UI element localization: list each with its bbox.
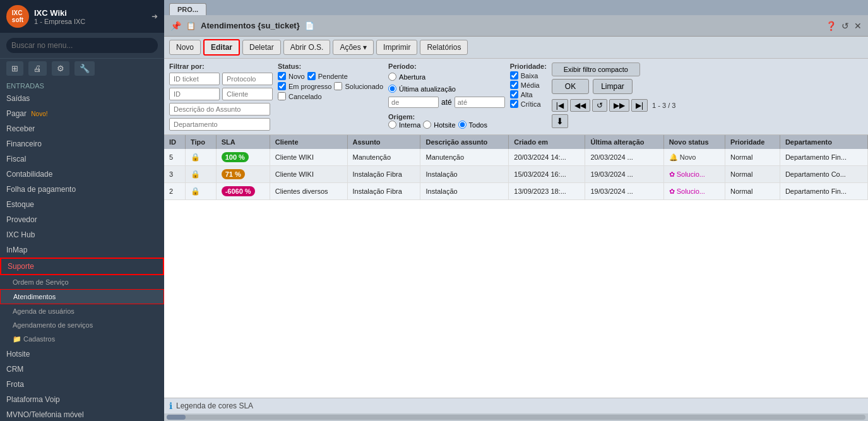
nav-first-button[interactable]: |◀: [552, 99, 568, 112]
sidebar-item-contabilidade[interactable]: Contabilidade: [0, 167, 164, 182]
print-button[interactable]: Imprimir: [376, 40, 417, 55]
sidebar-print-button[interactable]: 🖨: [28, 61, 47, 76]
nav-last-button[interactable]: ▶|: [631, 99, 648, 112]
sidebar-item-ixchub[interactable]: IXC Hub: [0, 227, 164, 242]
sidebar-grid-button[interactable]: ⊞: [6, 61, 23, 76]
table-row[interactable]: 5 🔒 100 % Cliente WIKI Manutenção Manute…: [164, 149, 868, 166]
sidebar-item-provedor[interactable]: Provedor: [0, 212, 164, 227]
prioridade-critica-label: Crítica: [521, 100, 541, 108]
origem-interna-label: Interna: [399, 121, 420, 129]
sidebar-item-pagar[interactable]: Pagar Novo!: [0, 106, 164, 121]
date-de-input[interactable]: [388, 97, 439, 108]
status-pendente-checkbox[interactable]: [307, 72, 316, 80]
protocolo-input[interactable]: [222, 73, 273, 85]
table-row[interactable]: 3 🔒 71 % Cliente WIKI Instalação Fibra I…: [164, 166, 868, 183]
scroll-thumb: [167, 415, 186, 420]
descricao-input[interactable]: [169, 103, 270, 116]
download-button[interactable]: ⬇: [552, 114, 568, 128]
status-novo-checkbox[interactable]: [278, 72, 286, 80]
tab-pro[interactable]: PRO...: [169, 3, 206, 15]
status-cancelado-checkbox[interactable]: [278, 92, 286, 100]
info-icon: ℹ: [169, 401, 172, 411]
date-ate-input[interactable]: [455, 97, 505, 108]
sidebar-item-atendimentos[interactable]: Atendimentos: [0, 289, 164, 304]
compact-filter-button[interactable]: Exibir filtro compacto: [552, 62, 640, 76]
prioridade-title: Prioridade:: [510, 62, 547, 70]
sidebar-wrench-button[interactable]: 🔧: [74, 61, 95, 76]
origem-hotsite-radio[interactable]: [423, 121, 431, 129]
toolbar: Novo Editar Deletar Abrir O.S. Ações Imp…: [164, 37, 868, 59]
sidebar-item-ordem-servico[interactable]: Ordem de Serviço: [0, 275, 164, 289]
sidebar-item-agenda-usuarios[interactable]: Agenda de usuários: [0, 304, 164, 318]
nav-refresh-button[interactable]: ↺: [592, 99, 607, 112]
sidebar-item-agendamento-servicos[interactable]: Agendamento de serviços: [0, 318, 164, 332]
periodo-ultima-label: Última atualização: [399, 85, 456, 93]
sidebar-settings-button[interactable]: ⚙: [52, 61, 69, 76]
search-input[interactable]: [6, 38, 158, 53]
sidebar-item-saidas[interactable]: Saídas: [0, 91, 164, 106]
refresh-icon[interactable]: ↺: [841, 21, 849, 31]
table-row[interactable]: 2 🔒 -6060 % Clientes diversos Instalação…: [164, 183, 868, 200]
sidebar-item-receber[interactable]: Receber: [0, 121, 164, 136]
id-ticket-input[interactable]: [169, 73, 220, 85]
nav-prev-button[interactable]: ◀◀: [570, 99, 590, 112]
page-title-copy-icon[interactable]: 📄: [305, 21, 314, 30]
prioridade-critica-checkbox[interactable]: [510, 100, 518, 108]
origem-todos-radio[interactable]: [458, 121, 467, 129]
sidebar-item-estoque[interactable]: Estoque: [0, 197, 164, 212]
origem-interna-radio[interactable]: [388, 121, 396, 129]
lock-icon: 🔒: [191, 153, 200, 162]
status-solucionado-label: Solucionado: [345, 83, 383, 90]
clear-button[interactable]: Limpar: [593, 79, 633, 94]
periodo-abertura-radio[interactable]: [388, 73, 396, 81]
origem-todos-label: Todos: [469, 121, 487, 129]
sidebar-item-mvno[interactable]: MVNO/Telefonia móvel: [0, 407, 164, 421]
sidebar-section-suporte[interactable]: Suporte: [0, 258, 164, 275]
col-criado-em: Criado em: [509, 135, 585, 149]
scrollbar-bottom[interactable]: [164, 413, 868, 421]
nav-next-button[interactable]: ▶▶: [609, 99, 629, 112]
status-solucionado-checkbox[interactable]: [334, 82, 342, 90]
new-button[interactable]: Novo: [169, 40, 201, 55]
sidebar-item-cadastros[interactable]: 📁 Cadastros: [0, 332, 164, 347]
sidebar-item-fiscal[interactable]: Fiscal: [0, 151, 164, 167]
cliente-input[interactable]: [222, 88, 273, 100]
cell-novo-status: ✿ Solucio...: [663, 166, 725, 183]
actions-button[interactable]: Ações: [333, 40, 374, 55]
origem-row: Interna Hotsite Todos: [388, 121, 505, 129]
prioridade-alta-checkbox[interactable]: [510, 90, 518, 98]
departamento-input[interactable]: [169, 118, 270, 131]
sidebar-item-hotsite[interactable]: Hotsite: [0, 347, 164, 362]
prioridade-baixa-checkbox[interactable]: [510, 71, 518, 80]
close-icon[interactable]: ✕: [854, 21, 862, 31]
sidebar-item-crm[interactable]: CRM: [0, 362, 164, 377]
edit-button[interactable]: Editar: [203, 39, 240, 56]
open-os-button[interactable]: Abrir O.S.: [283, 40, 331, 55]
cell-novo-status: 🔔 Novo: [663, 149, 725, 166]
sidebar-item-folha-pagamento[interactable]: Folha de pagamento: [0, 182, 164, 197]
prioridade-alta-row: Alta: [510, 90, 547, 98]
sidebar-item-plataforma-voip[interactable]: Plataforma Voip: [0, 392, 164, 407]
pin-icon[interactable]: 📌: [170, 21, 181, 31]
ok-button[interactable]: OK: [552, 79, 589, 94]
sidebar-arrow-icon[interactable]: ➜: [152, 12, 158, 21]
periodo-ultima-radio[interactable]: [388, 85, 396, 93]
sidebar-item-financeiro[interactable]: Financeiro: [0, 136, 164, 151]
filter-right: Exibir filtro compacto OK Limpar |◀ ◀◀ ↺…: [552, 62, 679, 128]
sidebar-section-entradas: Entradas: [0, 78, 164, 91]
cell-id: 2: [164, 183, 185, 200]
cell-id: 3: [164, 166, 185, 183]
copy-icon[interactable]: 📋: [186, 21, 196, 30]
col-sla: SLA: [216, 135, 270, 149]
reports-button[interactable]: Relatórios: [420, 40, 468, 55]
sidebar-item-frota[interactable]: Frota: [0, 377, 164, 392]
sla-badge: -6060 %: [222, 186, 255, 196]
delete-button[interactable]: Deletar: [242, 40, 281, 55]
status-emprogresso-checkbox[interactable]: [278, 82, 286, 90]
help-icon[interactable]: ❓: [826, 21, 836, 31]
cell-tipo: 🔒: [185, 183, 216, 200]
id-input[interactable]: [169, 88, 220, 100]
col-tipo: Tipo: [185, 135, 216, 149]
sidebar-item-inmap[interactable]: InMap: [0, 242, 164, 258]
prioridade-media-checkbox[interactable]: [510, 81, 518, 89]
